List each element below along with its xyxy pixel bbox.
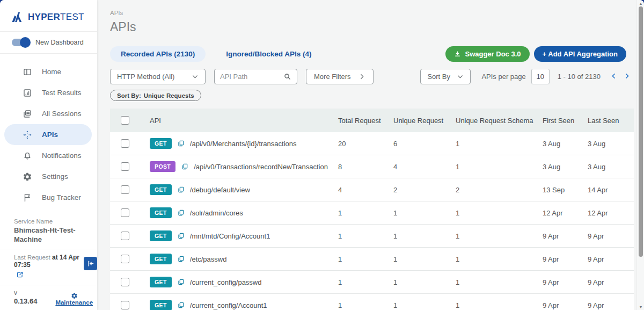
all-sessions-icon — [23, 109, 32, 119]
last-seen-value: 9 Apr — [588, 255, 634, 263]
more-filters-button[interactable]: More Filters — [306, 69, 374, 84]
notifications-icon — [23, 151, 32, 161]
sort-by-select[interactable]: Sort By — [420, 69, 471, 84]
table-row: GET /solr/admin/cores 1 1 1 12 Apr 12 Ap… — [110, 201, 634, 225]
sort-chip[interactable]: Sort By: Unique Requests — [110, 90, 201, 101]
row-checkbox[interactable] — [121, 139, 129, 148]
copy-icon[interactable] — [177, 255, 185, 263]
table-row: GET /mnt/mtd/Config/Account1 1 1 1 9 Apr… — [110, 225, 634, 248]
tabs-row: Recorded APIs (2130) Ignored/Blocked API… — [110, 46, 634, 62]
external-link-icon[interactable] — [0, 270, 97, 285]
page-title: APIs — [110, 20, 634, 34]
hypertest-logo[interactable]: HYPERTEST — [0, 0, 97, 31]
column-api: API — [140, 117, 338, 125]
row-checkbox[interactable] — [121, 278, 129, 286]
row-checkbox[interactable] — [121, 232, 129, 240]
unique-request-value: 1 — [393, 255, 456, 263]
sidebar-item-bug-tracker[interactable]: Bug Tracker — [4, 187, 92, 208]
table-row: GET /current_config/passwd 1 1 1 9 Apr 9… — [110, 271, 634, 294]
tab-recorded-apis[interactable]: Recorded APIs (2130) — [110, 46, 206, 62]
tab-ignored-blocked-apis[interactable]: Ignored/Blocked APIs (4) — [215, 46, 322, 62]
total-request-value: 1 — [338, 301, 393, 309]
total-request-value: 20 — [338, 140, 393, 148]
select-all-checkbox[interactable] — [121, 116, 129, 125]
unique-request-value: 1 — [393, 232, 456, 240]
sidebar-item-settings[interactable]: Settings — [4, 166, 92, 187]
row-checkbox[interactable] — [121, 185, 129, 194]
first-seen-value: 13 Sep — [543, 186, 588, 194]
next-page-button[interactable] — [620, 71, 634, 82]
unique-request-schema-value: 2 — [456, 186, 543, 194]
api-path[interactable]: /mnt/mtd/Config/Account1 — [190, 232, 270, 240]
api-path[interactable]: /debug/default/view — [190, 186, 250, 194]
http-method-badge: GET — [150, 138, 172, 149]
row-checkbox[interactable] — [121, 301, 129, 309]
row-checkbox[interactable] — [121, 162, 129, 171]
unique-request-schema-value: 1 — [456, 209, 543, 217]
swagger-doc-button[interactable]: Swagger Doc 3.0 — [445, 46, 529, 62]
api-path[interactable]: /api/v0/Transactions/recordNewTransactio… — [194, 163, 328, 171]
last-seen-value: 9 Apr — [588, 278, 634, 286]
sidebar-item-all-sessions[interactable]: All Sessions — [4, 103, 92, 124]
row-checkbox[interactable] — [121, 208, 129, 217]
table-row: GET /etc/passwd 1 1 1 9 Apr 9 Apr — [110, 248, 634, 271]
api-path[interactable]: /etc/passwd — [190, 255, 227, 263]
table-row: GET /api/v0/Merchants/{id}/transactions … — [110, 132, 634, 155]
logo-test: TEST — [60, 12, 84, 22]
sidebar-item-apis[interactable]: APIs — [4, 124, 92, 145]
maintenance-link[interactable]: Maintenance — [55, 292, 93, 306]
last-seen-value: 14 Apr — [588, 186, 634, 194]
swagger-doc-label: Swagger Doc 3.0 — [465, 50, 521, 58]
api-path[interactable]: /current_config/passwd — [190, 278, 262, 286]
app-window: HYPERTEST New Dashboard Home Test Result… — [0, 0, 644, 310]
gear-icon — [71, 292, 78, 299]
scrollbar-up-arrow[interactable]: ▲ — [637, 0, 644, 6]
vertical-scrollbar[interactable]: ▲ ▼ — [636, 0, 644, 310]
copy-icon[interactable] — [177, 232, 185, 240]
api-path[interactable]: /solr/admin/cores — [190, 209, 243, 217]
last-seen-value: 12 Apr — [588, 209, 634, 217]
row-checkbox[interactable] — [121, 255, 129, 263]
sidebar-collapse-button[interactable] — [84, 257, 97, 270]
http-method-badge: GET — [150, 277, 172, 287]
copy-icon[interactable] — [177, 140, 185, 147]
column-last-seen: Last Seen — [588, 117, 634, 125]
copy-icon[interactable] — [177, 209, 185, 217]
service-name-value: Bhimcash-Ht-Test-Machine — [0, 226, 97, 249]
sort-by-value: Sort By — [427, 73, 450, 81]
copy-icon[interactable] — [181, 163, 188, 170]
header-checkbox-cell — [110, 116, 140, 125]
http-method-select[interactable]: HTTP Method (All) — [110, 69, 206, 84]
total-request-value: 1 — [338, 232, 393, 240]
sidebar-item-notifications[interactable]: Notifications — [4, 145, 92, 166]
previous-page-button[interactable] — [607, 71, 620, 82]
api-path[interactable]: /current_config/Account1 — [190, 301, 267, 309]
first-seen-value: 9 Apr — [543, 301, 588, 309]
api-path[interactable]: /api/v0/Merchants/{id}/transactions — [190, 140, 297, 148]
total-request-value: 1 — [338, 209, 393, 217]
total-request-value: 1 — [338, 278, 393, 286]
pagination-range: 1 - 10 of 2130 — [558, 73, 601, 81]
chevron-down-icon — [192, 73, 199, 80]
search-icon — [283, 73, 291, 81]
sidebar-item-home[interactable]: Home — [4, 61, 92, 82]
table-body: GET /api/v0/Merchants/{id}/transactions … — [110, 132, 634, 310]
copy-icon[interactable] — [177, 301, 185, 309]
api-path-input[interactable] — [220, 73, 283, 81]
more-filters-label: More Filters — [314, 73, 351, 81]
scrollbar-thumb[interactable] — [639, 6, 643, 257]
scrollbar-down-arrow[interactable]: ▼ — [637, 304, 644, 310]
add-api-aggregation-button[interactable]: + Add API Aggregation — [534, 46, 626, 62]
http-method-value: HTTP Method (All) — [117, 73, 174, 81]
http-method-badge: GET — [150, 207, 172, 218]
column-unique-request: Unique Request — [393, 117, 456, 125]
new-dashboard-toggle[interactable] — [12, 39, 30, 46]
column-total-request: Total Request — [338, 117, 393, 125]
test-results-icon — [23, 88, 32, 98]
copy-icon[interactable] — [177, 278, 185, 286]
table-row: GET /current_config/Account1 1 1 1 9 Apr… — [110, 294, 634, 310]
sidebar-item-test-results[interactable]: Test Results — [4, 82, 92, 103]
last-request-label: Last Request — [14, 254, 50, 261]
copy-icon[interactable] — [177, 186, 185, 193]
per-page-input[interactable] — [531, 69, 550, 84]
